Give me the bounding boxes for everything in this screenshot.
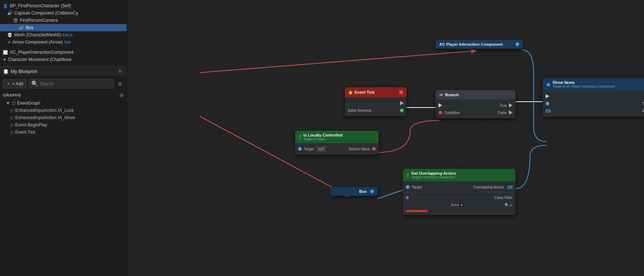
graphs-label: GRAPHS: [3, 93, 119, 97]
graphs-section-header: GRAPHS ⊕: [0, 91, 127, 100]
get-overlapping-title-area: Get Overlapping Actors Target is Primiti…: [411, 171, 456, 179]
get-overlapping-divider: [406, 192, 513, 192]
eventgraph-icon: ▼: [6, 101, 10, 106]
event-tick-item[interactable]: ◇ Event Tick: [0, 129, 127, 136]
delta-seconds-row: Delta Seconds: [345, 107, 407, 114]
event-tick-body: Delta Seconds: [345, 97, 407, 116]
panel-close-button[interactable]: ✕: [117, 68, 124, 74]
clear-icon[interactable]: ⊗: [510, 203, 513, 207]
get-overlapping-title: Get Overlapping Actors: [411, 171, 456, 175]
show-items-target-pin: [546, 102, 549, 105]
is-locally-target-row: Target self Return Value: [295, 145, 379, 153]
is-locally-func-icon: ƒ: [299, 134, 301, 139]
svg-line-1: [200, 51, 476, 73]
branch-exec-row: True: [436, 102, 515, 109]
tree-item-bp-self[interactable]: 👤 BP_FirstPersonCharacter (Self): [0, 2, 127, 9]
class-filter-row: Class Filter: [403, 194, 515, 201]
condition-pin: [439, 111, 442, 114]
exec-out-pin: [400, 101, 404, 105]
mesh-edit-link[interactable]: Edit in: [62, 33, 73, 37]
settings-button[interactable]: ⚙: [116, 80, 124, 88]
blueprint-icon: 📋: [3, 69, 9, 74]
show-items-target-label: Target: [642, 102, 644, 106]
left-panel: 👤 BP_FirstPersonCharacter (Self) 🔊 Capsu…: [0, 0, 127, 276]
tree-item-camera[interactable]: 🎬 FirstPersonCamera: [0, 17, 127, 24]
get-overlapping-actors-node[interactable]: ƒ Get Overlapping Actors Target is Primi…: [403, 169, 515, 215]
delta-seconds-pin: [400, 109, 404, 112]
get-overlapping-body: Target Overlapping Actors Class Filter: [403, 181, 515, 215]
get-overlapping-target-row: Target Overlapping Actors: [403, 183, 515, 191]
get-overlapping-subtitle: Target is Primitive Component: [411, 175, 456, 179]
is-locally-controlled-node[interactable]: ƒ Is Locally Controlled Target is Pawn T…: [295, 131, 379, 155]
show-items-diamond: ◈: [546, 81, 550, 87]
tree-item-arrow[interactable]: ↗ Arrow Component (Arrow) Edit: [0, 38, 127, 46]
add-button[interactable]: ＋ + Add: [3, 79, 27, 88]
svg-line-4: [378, 189, 406, 199]
actor-dropdown[interactable]: Actor ▾: [449, 202, 464, 208]
show-items-node[interactable]: ◈ Show Items Target is AC Player Interac…: [543, 78, 644, 117]
ac-player-header: AC Player Interaction Component: [436, 40, 523, 49]
get-overlapping-target-label: Target: [412, 185, 422, 189]
branch-body: True Condition False: [436, 100, 515, 118]
is-locally-target-pin: [298, 147, 302, 151]
box-reference-node[interactable]: Box: [330, 187, 378, 196]
show-items-body: Target Actors: [543, 90, 644, 117]
search-icon: 🔍: [31, 80, 38, 87]
magnifier-icon[interactable]: 🔍: [505, 203, 509, 207]
branch-condition-row: Condition False: [436, 109, 515, 116]
person-icon: 👤: [3, 4, 8, 8]
box-header: Box: [330, 187, 378, 196]
search-input[interactable]: [40, 81, 111, 86]
connections-layer: [127, 0, 644, 276]
tree-item-char-movement[interactable]: ✦ Character Movement (CharMove: [0, 56, 127, 63]
is-locally-target-label: Target: [304, 147, 314, 151]
begin-play-item[interactable]: ◇ Event BeginPlay: [0, 121, 127, 129]
show-items-target-row: Target: [543, 100, 644, 107]
my-blueprint-panel: 📋 My Blueprint ✕ ＋ + Add 🔍 ⚙ GRAPHS ⊕ ▼ …: [0, 66, 127, 276]
ac-player-title: AC Player Interaction Component: [439, 42, 503, 46]
event-tick-header: ◈ Event Tick: [345, 87, 407, 97]
ia-look-item[interactable]: ◇ EnhancedInputAction IA_Look: [0, 107, 127, 114]
event-tick-node[interactable]: ◈ Event Tick Delta Seconds: [345, 87, 407, 116]
self-badge: self: [316, 146, 326, 152]
class-filter-label: Class Filter: [494, 196, 513, 200]
show-items-exec-row: [543, 93, 644, 100]
tree-item-ac-player[interactable]: ⬜ AC_PlayerInteractionComponent: [0, 49, 127, 56]
arrow-edit-link[interactable]: Edit: [64, 40, 70, 44]
get-overlapping-func-icon: ƒ: [407, 172, 409, 178]
actor-label: Actor: [451, 203, 459, 207]
search-box: 🔍: [29, 79, 114, 89]
event-tick-exec-row: [345, 100, 407, 107]
eventgraph-item[interactable]: ▼ ⬡ EventGraph: [0, 100, 127, 107]
show-items-exec-in: [546, 94, 549, 98]
show-items-subtitle: Target is AC Player Interaction Componen…: [553, 85, 614, 88]
is-locally-header: ƒ Is Locally Controlled Target is Pawn: [295, 131, 379, 143]
ac-player-node[interactable]: AC Player Interaction Component: [436, 40, 523, 49]
return-value-label: Return Value: [349, 147, 370, 151]
actor-dropdown-row: Actor ▾ 🔍 ⊗: [403, 201, 515, 208]
event-tick-title: Event Tick: [355, 90, 375, 94]
show-items-title: Show Items: [553, 80, 614, 85]
ac-player-output-pin: [515, 42, 519, 46]
branch-title: Branch: [445, 93, 459, 97]
event-tick-diamond: ◈: [349, 89, 352, 95]
tree-item-mesh[interactable]: 💀 Mesh (CharacterMesh0) Edit in: [0, 31, 127, 38]
tree-item-capsule[interactable]: 🔊 Capsule Component (CollisionCy: [0, 9, 127, 17]
capsule-icon: 🔊: [7, 11, 12, 16]
show-items-actors-row: Actors: [543, 107, 644, 114]
movement-icon: ✦: [3, 57, 6, 62]
return-value-pin: [372, 147, 376, 151]
graphs-add-button[interactable]: ⊕: [119, 92, 124, 98]
is-locally-body: Target self Return Value: [295, 143, 379, 155]
ia-move-item[interactable]: ◇ EnhancedInputAction IA_Move: [0, 114, 127, 121]
class-filter-search-icons: 🔍 ⊗: [505, 203, 513, 207]
is-locally-subtitle: Target is Pawn: [303, 137, 343, 141]
blueprint-canvas[interactable]: AC Player Interaction Component ◈ Event …: [127, 0, 644, 276]
branch-node[interactable]: ⇌ Branch True Condition False: [436, 90, 515, 118]
box-title: Box: [334, 189, 367, 194]
branch-true-label: True: [500, 104, 507, 107]
dropdown-chevron: ▾: [461, 203, 462, 207]
event-tick-red-square: [399, 90, 403, 94]
is-locally-title: Is Locally Controlled: [303, 133, 343, 137]
tree-item-box[interactable]: 🔊 Box: [0, 24, 127, 31]
